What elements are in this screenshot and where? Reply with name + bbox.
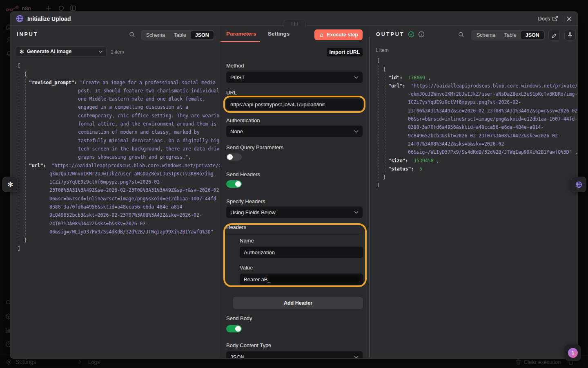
header-name-input[interactable]: Authorization [240,247,363,258]
input-tab-table[interactable]: Table [169,31,191,39]
docs-link[interactable]: Docs [538,16,558,22]
node-nav-badge-box[interactable]: 1 [565,345,581,361]
send-query-parameters-toggle[interactable] [226,153,242,161]
json-line: formal attire, and the environment aroun… [10,120,220,128]
input-node-selector[interactable]: ✻ Generate AI Image [16,46,107,57]
json-line: 06&sr=b&rscd=inline&rsct=image/png&skoid… [10,195,220,203]
json-line: contemporary, chic office setting. They … [10,112,220,120]
json-line: engaged in a compelling discussion at a [10,103,220,111]
redacted-secret-blur [268,275,360,283]
json-line: 23T06%3A31%3A49Z&se=2026-02-23T08%3A31%3… [369,107,578,115]
json-line: 8388-3a70fd6a4956&sktid=a48cca56-e6da-48… [369,123,578,131]
indent-guide [25,79,26,236]
toggle-knob [235,181,241,187]
method-value: POST [230,74,245,81]
execute-step-label: Execute step [327,32,358,38]
info-icon[interactable] [418,31,425,38]
json-line: graphs showcasing growth and progress.", [10,153,220,161]
execute-step-button[interactable]: Execute step [314,29,363,40]
headers-divider [226,233,361,233]
chevron-down-icon [354,356,359,359]
output-items-count: 1 item [375,47,389,53]
input-tab-json[interactable]: JSON [191,31,214,39]
json-line: { [10,70,220,78]
json-line: { [369,65,578,73]
send-body-toggle[interactable] [226,325,242,332]
output-tab-schema[interactable]: Schema [472,31,500,39]
json-line: [ [369,57,578,65]
panel-drag-handle[interactable]: ||| [284,20,306,27]
chevron-down-icon [354,130,359,133]
add-header-label: Add Header [284,300,312,306]
flask-icon [319,32,324,38]
headers-group-label: Headers [226,224,246,230]
node-count-badge: 1 [568,348,578,358]
json-line: 1CZi7ysYqUE9z9ctVf6mpypz.png?st=2026-02- [10,178,220,186]
json-line: ] [10,245,220,253]
json-line: } [369,173,578,181]
toggle-knob [227,154,233,160]
body-content-type-select[interactable]: JSON [226,351,363,358]
json-line: 23T06%3A31%3A49Z&se=2026-02-23T08%3A31%3… [10,186,220,194]
tab-parameters[interactable]: Parameters [226,31,256,37]
send-headers-label: Send Headers [226,171,260,177]
json-line: 9c849652bcb3&skt=2026-02-23T07%3A08%3A42… [10,211,220,219]
output-tab-table[interactable]: Table [500,31,521,39]
pin-data-button[interactable] [564,30,576,40]
method-select[interactable]: POST [226,72,363,83]
send-headers-toggle[interactable] [226,180,242,188]
json-line: combination of modern and classy, marked… [10,128,220,136]
json-line: ] [369,181,578,189]
json-line: -qkmJQuJ2WnvoIKMr2UJwIJkZ/user-aNsDaZ8ex… [369,90,578,98]
docs-label: Docs [538,16,550,22]
header-value-label: Value [240,265,253,271]
import-curl-button[interactable]: Import cURL [327,48,363,56]
external-link-icon [552,16,558,21]
input-tab-schema[interactable]: Schema [142,31,169,39]
json-line: 24T07%3A08%3A42Z&sks=b&skv=2026-02- [369,140,578,148]
header-value-input[interactable]: Bearer aB_ [240,274,363,285]
json-line: one Middle-Eastern male and one Black fe… [10,95,220,103]
json-line: [ [10,62,220,70]
output-panel: OUTPUT Schema Table JSON 1 item [{"id": … [369,27,578,358]
method-label: Method [226,63,244,69]
output-json-view: [{"id": 178069 ,"url": "https://oaidalle… [369,57,578,190]
output-search-icon[interactable] [458,31,464,38]
header-name-value: Authorization [244,249,275,256]
add-header-button[interactable]: Add Header [233,297,363,309]
input-node-name: Generate AI Image [27,49,96,54]
specify-headers-select[interactable]: Using Fields Below [226,206,363,218]
grip-icon: ||| [291,22,298,26]
modal-title: Initialize Upload [27,16,71,22]
send-query-parameters-label: Send Query Parameters [226,144,283,150]
specify-headers-label: Specify Headers [226,198,265,204]
next-node-http-button[interactable] [571,177,586,192]
json-line: "id": 178069 , [369,74,578,82]
input-search-icon[interactable] [129,31,135,38]
json-line: 24T07%3A08%3A42Z&sks=b&skv=2026-02- [10,220,220,228]
input-panel: INPUT Schema Table JSON ✻ Generate AI Im… [10,27,220,358]
json-line: "url": "https://oaidalleapiprodscus.blob… [369,82,578,90]
active-tab-underline [220,41,260,42]
send-body-label: Send Body [226,315,252,321]
input-view-tabs: Schema Table JSON [141,30,214,40]
chevron-down-icon [354,76,359,79]
output-tab-json[interactable]: JSON [521,31,544,39]
indent-guide [379,65,379,182]
json-line: post. It should feature two charismatic … [10,87,220,95]
import-curl-label: Import cURL [330,49,360,55]
input-items-count: 1 item [111,49,124,55]
json-line: 9c849652bcb3&skt=2026-02-23T07%3A08%3A42… [369,132,578,140]
authentication-select[interactable]: None [226,126,363,137]
node-details-modal: Initialize Upload Docs ||| INPUT Schema … [10,11,578,359]
json-line: 06&sr=b&rscd=inline&rsct=image/png&skoid… [369,115,578,123]
edit-output-button[interactable] [548,30,560,40]
prev-node-openai-button[interactable]: ✻ [2,177,18,192]
output-view-tabs: Schema Table JSON [471,30,545,40]
body-content-type-value: JSON [230,354,245,359]
tab-settings[interactable]: Settings [268,31,290,37]
authentication-label: Authentication [226,117,260,123]
indent-guide [385,74,385,173]
close-button[interactable] [566,16,572,22]
url-input[interactable]: https://api.postmypost.io/v4.1/upload/in… [226,99,363,110]
